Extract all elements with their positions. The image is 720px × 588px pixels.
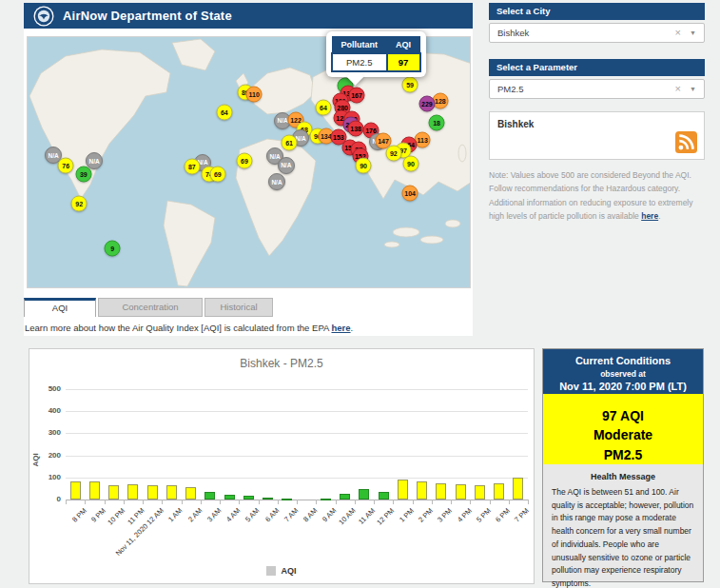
chart-bar	[282, 499, 292, 500]
aqi-map-marker[interactable]: 90	[356, 157, 372, 173]
aqi-map-marker[interactable]: 64	[316, 99, 332, 115]
x-axis-label: 2 AM	[186, 506, 204, 523]
app-header: AirNow Department of State	[24, 3, 473, 29]
tooltip-pollutant-value: PM2.5	[332, 53, 387, 71]
tab-aqi[interactable]: AQI	[24, 298, 96, 317]
aqi-map-marker[interactable]: 104	[402, 186, 418, 202]
current-conditions-header: Current Conditions observed at Nov 11, 2…	[543, 349, 703, 394]
rss-city-label: Bishkek	[497, 119, 534, 129]
chart-bar	[185, 487, 196, 500]
current-aqi-pollutant: PM2.5	[543, 445, 703, 464]
parameter-select[interactable]: PM2.5 × ▼	[489, 79, 705, 99]
aqi-map-marker[interactable]: 87	[184, 158, 200, 174]
aqi-map-marker[interactable]: 138	[348, 120, 364, 136]
x-axis-tick	[297, 500, 298, 504]
gridline	[66, 389, 528, 390]
chevron-down-icon[interactable]: ▼	[690, 80, 696, 99]
y-axis-tick: 400	[29, 406, 61, 415]
observed-at-label: observed at	[547, 369, 699, 379]
x-axis-label: 1 AM	[166, 506, 184, 523]
select-parameter-header: Select a Parameter	[489, 59, 705, 76]
epa-here-link[interactable]: here	[331, 323, 350, 333]
chevron-down-icon[interactable]: ▼	[690, 24, 696, 43]
gridline	[66, 411, 528, 412]
x-axis-label: 6 AM	[263, 506, 281, 523]
city-select[interactable]: Bishkek × ▼	[489, 23, 705, 43]
learn-more-text: Learn more about how the Air Quality Ind…	[25, 323, 353, 333]
dos-seal-icon	[33, 6, 54, 27]
aqi-map-marker[interactable]: 59	[402, 77, 418, 93]
x-axis-tick	[143, 500, 144, 504]
x-axis-tick	[490, 500, 491, 504]
chart-legend: AQI	[29, 566, 534, 576]
aqi-map-marker[interactable]: 229	[418, 95, 435, 111]
x-axis-label: 8 AM	[302, 506, 319, 523]
x-axis-tick	[278, 500, 279, 504]
x-axis-tick	[316, 500, 317, 504]
aqi-map-marker[interactable]: 39	[75, 166, 91, 182]
note-here-link[interactable]: here	[641, 211, 658, 221]
current-aqi-category: Moderate	[543, 425, 703, 444]
health-message-text: The AQI is between 51 and 100. Air quali…	[552, 486, 694, 588]
aqi-map-marker[interactable]: 69	[236, 153, 252, 169]
rss-feed-box: Bishkek	[489, 111, 705, 160]
chart-bar	[475, 485, 485, 500]
select-city-header: Select a City	[489, 3, 705, 20]
aqi-note: Note: Values above 500 are considered Be…	[489, 168, 705, 224]
y-axis-tick: 0	[29, 495, 61, 503]
x-axis-tick	[336, 500, 337, 504]
gridline	[66, 456, 528, 457]
x-axis-label: 10 AM	[338, 506, 358, 526]
x-axis-tick	[451, 500, 452, 504]
note-before: Note: Values above 500 are considered Be…	[489, 170, 693, 221]
aqi-map-marker[interactable]: 92	[385, 145, 401, 161]
rss-icon[interactable]	[675, 131, 697, 153]
x-axis-label: 12 PM	[376, 506, 397, 527]
current-aqi-value: 97 AQI	[543, 406, 703, 425]
x-axis-label: 10 PM	[106, 506, 126, 527]
tooltip-pollutant-header: Pollutant	[332, 37, 387, 54]
chart-bar	[166, 485, 177, 500]
x-axis-label: 9 AM	[321, 506, 338, 523]
tooltip-aqi-header: AQI	[387, 37, 420, 54]
aqi-map-marker[interactable]: N/A	[268, 173, 285, 190]
x-axis-label: 5 PM	[475, 506, 493, 524]
aqi-map-marker[interactable]: 18	[429, 115, 445, 131]
legend-swatch	[266, 566, 276, 576]
page-title: AirNow Department of State	[63, 9, 232, 23]
aqi-map-marker[interactable]: 167	[349, 87, 365, 103]
y-axis-tick: 100	[29, 473, 61, 481]
tab-concentration[interactable]: Concentration	[98, 298, 203, 317]
x-axis-label: 7 PM	[513, 506, 531, 524]
chart-bar	[127, 484, 138, 500]
chart-bar	[513, 478, 523, 500]
chart-bar	[436, 483, 446, 500]
clear-icon[interactable]: ×	[675, 24, 681, 42]
aqi-map-marker[interactable]: 9	[105, 241, 121, 257]
aqi-map-marker[interactable]: 90	[403, 156, 419, 172]
chart-bar	[456, 484, 466, 500]
x-axis-label: 3 AM	[205, 506, 223, 523]
parameter-select-value: PM2.5	[497, 84, 523, 94]
aqi-map-marker[interactable]: 76	[58, 157, 74, 173]
y-axis-tick: 300	[29, 428, 61, 437]
aqi-map-marker[interactable]: 69	[209, 166, 225, 182]
x-axis-tick	[220, 500, 221, 504]
x-axis-label: 2 PM	[417, 506, 435, 524]
y-axis-tick: 200	[29, 451, 61, 460]
aqi-map-marker[interactable]: 110	[246, 86, 263, 102]
gridline	[66, 433, 528, 434]
x-axis-label: 4 AM	[224, 506, 242, 523]
y-axis-tick: 500	[29, 384, 61, 393]
chart-bar	[321, 499, 331, 500]
clear-icon[interactable]: ×	[675, 80, 681, 98]
aqi-map-marker[interactable]: N/A	[278, 157, 295, 174]
aqi-map-marker[interactable]: 64	[216, 104, 232, 120]
learn-more-before: Learn more about how the Air Quality Ind…	[25, 323, 331, 333]
gridline	[66, 478, 528, 479]
aqi-map-marker[interactable]: 92	[71, 195, 88, 211]
aqi-map-marker[interactable]: 61	[282, 135, 298, 151]
tab-historical[interactable]: Historical	[204, 298, 273, 317]
current-conditions-title: Current Conditions	[547, 355, 699, 366]
x-axis-tick	[374, 500, 375, 504]
